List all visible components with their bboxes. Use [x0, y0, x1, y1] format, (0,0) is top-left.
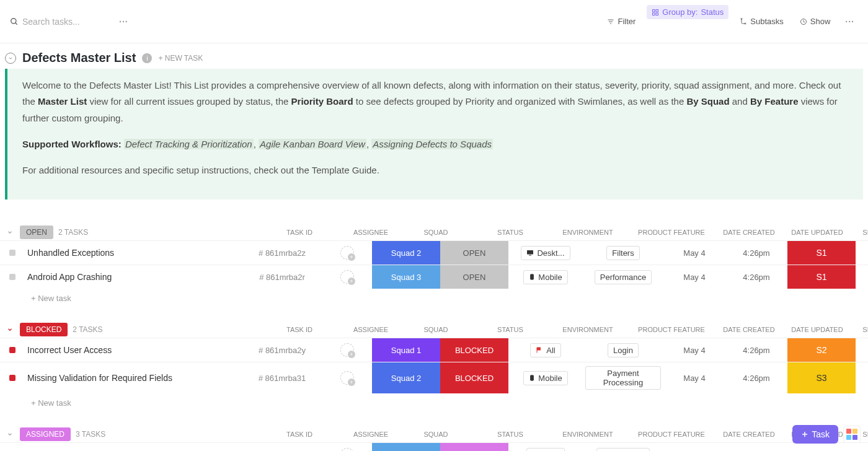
group-by-button[interactable]: Group by: Status	[647, 5, 728, 19]
task-name[interactable]: Incorrect Calculation of Totals	[25, 446, 242, 451]
status-square-icon[interactable]	[0, 371, 25, 385]
col-environment[interactable]: ENVIRONMENT	[551, 326, 625, 333]
task-row[interactable]: Android App Crashing # 861mrba2r Squad 3…	[0, 265, 868, 289]
task-row[interactable]: Incorrect User Access # 861mrba2y Squad …	[0, 338, 868, 362]
col-severity[interactable]: SEVERITY2 ▲	[854, 229, 868, 237]
col-product-feature[interactable]: PRODUCT FEATURE	[631, 326, 712, 333]
col-severity[interactable]: SEVERITY2 ▲	[854, 326, 868, 334]
status-cell[interactable]: ASSIGNED	[440, 443, 508, 451]
col-squad[interactable]: SQUAD	[402, 326, 470, 333]
status-cell[interactable]: BLOCKED	[440, 338, 508, 362]
squad-cell[interactable]: Squad 3	[372, 443, 440, 451]
task-row[interactable]: Unhandled Exceptions # 861mrba2z Squad 2…	[0, 240, 868, 265]
assignee-button[interactable]	[322, 339, 372, 361]
new-task-row[interactable]: + New task	[0, 393, 868, 408]
new-task-row[interactable]: + New task	[0, 289, 868, 303]
squad-cell[interactable]: Squad 2	[372, 362, 440, 393]
task-row[interactable]: Missing Validation for Required Fields #…	[0, 362, 868, 393]
feature-cell[interactable]: Performance	[583, 266, 663, 288]
task-name[interactable]: Unhandled Exceptions	[25, 244, 242, 261]
assignee-button[interactable]	[322, 444, 372, 451]
severity-cell[interactable]: S1	[787, 241, 856, 265]
topbar-more-icon[interactable]: ···	[841, 17, 858, 27]
squad-cell[interactable]: Squad 1	[372, 338, 440, 362]
status-cell[interactable]: OPEN	[440, 265, 508, 289]
environment-cell[interactable]: Deskt...	[508, 242, 583, 264]
chevron-down-icon[interactable]	[5, 227, 15, 237]
status-cell[interactable]: OPEN	[440, 241, 508, 265]
apps-fab[interactable]	[843, 426, 861, 443]
workflow-link[interactable]: Defect Tracking & Prioritization	[124, 139, 254, 149]
status-square-icon[interactable]	[0, 343, 25, 357]
col-status[interactable]: STATUS	[476, 229, 544, 236]
col-date-updated[interactable]: DATE UPDATED	[786, 326, 848, 333]
chevron-down-icon[interactable]	[5, 325, 15, 335]
search-wrap[interactable]	[10, 17, 109, 27]
col-product-feature[interactable]: PRODUCT FEATURE	[631, 431, 712, 438]
desc-bold: Supported Workflows:	[22, 139, 124, 149]
group-label[interactable]: ASSIGNED	[20, 427, 71, 441]
col-assignee[interactable]: ASSIGNEE	[346, 431, 396, 438]
workflow-link[interactable]: Assigning Defects to Squads	[371, 139, 493, 149]
date-created-cell: May 4	[663, 245, 725, 261]
col-date-updated[interactable]: DATE UPDATED	[786, 229, 848, 236]
col-task-id[interactable]: TASK ID	[259, 326, 340, 333]
severity-cell[interactable]: S3	[787, 362, 856, 393]
new-task-fab[interactable]: Task	[792, 425, 838, 444]
info-icon[interactable]: i	[142, 53, 152, 63]
feature-cell[interactable]: Filters	[583, 242, 663, 264]
group-label[interactable]: OPEN	[20, 226, 53, 239]
col-squad[interactable]: SQUAD	[402, 229, 470, 236]
chevron-down-icon[interactable]	[5, 53, 16, 64]
col-date-created[interactable]: DATE CREATED	[718, 229, 780, 236]
severity-cell[interactable]: S2	[787, 338, 856, 362]
status-square-icon[interactable]	[0, 246, 25, 260]
assignee-button[interactable]	[322, 242, 372, 263]
severity-cell[interactable]: S1	[787, 265, 856, 289]
search-input[interactable]	[22, 17, 109, 27]
col-date-created[interactable]: DATE CREATED	[718, 431, 780, 438]
squad-cell[interactable]: Squad 3	[372, 265, 440, 289]
group-label[interactable]: BLOCKED	[20, 323, 68, 336]
plus-icon	[801, 431, 808, 438]
col-status[interactable]: STATUS	[476, 326, 544, 333]
new-task-button[interactable]: + NEW TASK	[158, 54, 203, 63]
task-name[interactable]: Android App Crashing	[25, 268, 242, 286]
feature-cell[interactable]: Integrations	[583, 444, 663, 451]
col-task-id[interactable]: TASK ID	[259, 431, 340, 438]
squad-cell[interactable]: Squad 2	[372, 241, 440, 265]
task-row[interactable]: Incorrect Calculation of Totals # 861mrb…	[0, 442, 868, 451]
workflow-link[interactable]: Agile Kanban Board View	[259, 139, 366, 149]
col-assignee[interactable]: ASSIGNEE	[346, 229, 396, 236]
col-product-feature[interactable]: PRODUCT FEATURE	[631, 229, 712, 236]
status-cell[interactable]: BLOCKED	[440, 362, 508, 393]
environment-cell[interactable]: Mobile	[508, 367, 583, 389]
environment-cell[interactable]: All	[508, 339, 583, 361]
col-environment[interactable]: ENVIRONMENT	[551, 229, 625, 236]
chevron-down-icon[interactable]	[5, 429, 15, 439]
environment-cell[interactable]: Web	[508, 444, 583, 451]
feature-cell[interactable]: Payment Processing	[583, 362, 663, 393]
severity-cell[interactable]	[787, 443, 856, 451]
col-status[interactable]: STATUS	[476, 431, 544, 438]
show-button[interactable]: Show	[795, 14, 836, 28]
filter-icon	[607, 18, 614, 25]
col-squad[interactable]: SQUAD	[402, 431, 470, 438]
status-square-icon[interactable]	[0, 448, 25, 451]
col-task-id[interactable]: TASK ID	[259, 229, 340, 236]
assignee-button[interactable]	[322, 266, 372, 287]
description-panel: Welcome to the Defects Master List! This…	[5, 69, 863, 199]
filter-button[interactable]: Filter	[602, 14, 640, 28]
col-date-created[interactable]: DATE CREATED	[718, 326, 780, 333]
col-assignee[interactable]: ASSIGNEE	[346, 326, 396, 333]
assignee-button[interactable]	[322, 367, 372, 388]
toolbar-more-icon[interactable]: ···	[115, 17, 132, 27]
environment-cell[interactable]: Mobile	[508, 266, 583, 288]
task-name[interactable]: Incorrect User Access	[25, 341, 242, 359]
col-environment[interactable]: ENVIRONMENT	[551, 431, 625, 438]
task-name[interactable]: Missing Validation for Required Fields	[25, 369, 242, 387]
floating-actions: Task	[792, 425, 861, 444]
status-square-icon[interactable]	[0, 270, 25, 284]
subtasks-button[interactable]: Subtasks	[735, 14, 788, 28]
feature-cell[interactable]: Login	[583, 339, 663, 361]
